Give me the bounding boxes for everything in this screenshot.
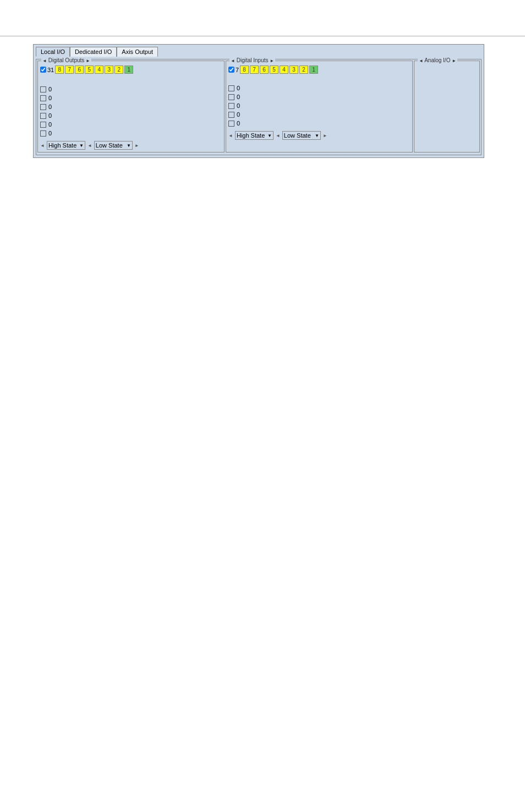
di-state-row: ◄ High State ▼ ◄ Low State ▼ ►	[228, 131, 410, 140]
do-checkbox-4[interactable]	[40, 122, 46, 128]
do-state-row: ◄ High State ▼ ◄ Low State ▼ ►	[40, 141, 222, 150]
di-state-arrow-left: ◄	[228, 133, 233, 138]
digital-inputs-section: ◄ Digital Inputs ► 7 8 7 6 5 4 3 2 1	[226, 61, 413, 152]
table-row: 0	[228, 102, 410, 109]
main-panel: Local I/O Dedicated I/O Axis Output ◄ Di…	[33, 44, 484, 158]
do-num-8[interactable]: 8	[55, 66, 64, 74]
digital-inputs-number-row: 7 8 7 6 5 4 3 2 1	[228, 66, 410, 74]
do-low-arrow: ▼	[127, 143, 131, 148]
do-state-arrow-left: ◄	[40, 143, 45, 148]
section-arrow-right: ►	[86, 58, 90, 63]
do-checkbox-0[interactable]	[40, 86, 46, 92]
table-row: 0	[40, 103, 222, 110]
di-mid-arrow: ◄	[276, 133, 280, 138]
di-num-8[interactable]: 8	[240, 66, 249, 74]
di-num-2[interactable]: 2	[299, 66, 308, 74]
di-low-arrow: ▼	[315, 133, 319, 138]
do-num-6[interactable]: 6	[75, 66, 84, 74]
table-row: 0	[40, 95, 222, 101]
di-checkbox-2[interactable]	[228, 103, 234, 109]
do-checkbox-1[interactable]	[40, 95, 46, 101]
do-num-5[interactable]: 5	[85, 66, 94, 74]
table-row: 0	[228, 94, 410, 100]
do-checkbox-2[interactable]	[40, 104, 46, 110]
di-num-6[interactable]: 6	[260, 66, 269, 74]
do-low-state-dropdown[interactable]: Low State ▼	[94, 141, 133, 150]
do-num-3[interactable]: 3	[105, 66, 113, 74]
table-row: 0	[228, 120, 410, 127]
di-io-rows: 0 0 0 0 0	[228, 85, 410, 127]
di-high-arrow: ▼	[267, 133, 272, 138]
tab-dedicated-io[interactable]: Dedicated I/O	[70, 47, 117, 57]
do-high-state-dropdown[interactable]: High State ▼	[47, 141, 85, 150]
digital-inputs-label: ◄ Digital Inputs ►	[229, 57, 275, 63]
do-checkbox-5[interactable]	[40, 130, 46, 137]
di-main-checkbox-wrap[interactable]: 7	[228, 67, 239, 73]
di-checkbox-1[interactable]	[228, 94, 234, 100]
tabs-row: Local I/O Dedicated I/O Axis Output	[36, 47, 482, 57]
di-checkbox-4[interactable]	[228, 121, 234, 127]
analog-io-label: ◄ Analog I/O ►	[418, 57, 457, 63]
di-main-checkbox[interactable]	[228, 67, 234, 73]
digital-outputs-number-row: 31 8 7 6 5 4 3 2 1	[40, 66, 222, 74]
do-num-1[interactable]: 1	[124, 66, 133, 74]
table-row: 0	[228, 111, 410, 118]
content-area: ◄ Digital Outputs ► 31 8 7 6 5 4 3 2 1	[36, 59, 482, 155]
do-mid-arrow: ◄	[88, 143, 92, 148]
do-state-arrow-right: ►	[135, 143, 139, 148]
ai-section-arrow-left: ◄	[419, 58, 423, 63]
do-io-rows: 0 0 0 0 0	[40, 86, 222, 137]
do-checkbox-3[interactable]	[40, 113, 46, 119]
di-state-arrow-right: ►	[323, 133, 327, 138]
table-row: 0	[40, 112, 222, 119]
di-section-arrow-left: ◄	[231, 58, 235, 63]
di-num-1[interactable]: 1	[309, 66, 318, 74]
table-row: 0	[40, 121, 222, 128]
di-num-5[interactable]: 5	[270, 66, 278, 74]
do-num-4[interactable]: 4	[95, 66, 103, 74]
di-high-state-dropdown[interactable]: High State ▼	[235, 131, 274, 140]
di-checkbox-3[interactable]	[228, 112, 234, 118]
analog-io-section: ◄ Analog I/O ►	[414, 61, 480, 152]
di-num-3[interactable]: 3	[289, 66, 298, 74]
do-spacer	[40, 77, 222, 86]
digital-outputs-section: ◄ Digital Outputs ► 31 8 7 6 5 4 3 2 1	[37, 61, 225, 152]
di-low-state-dropdown[interactable]: Low State ▼	[282, 131, 321, 140]
tab-axis-output[interactable]: Axis Output	[117, 47, 158, 57]
do-num-2[interactable]: 2	[114, 66, 123, 74]
ai-section-arrow-right: ►	[452, 58, 456, 63]
tab-local-io[interactable]: Local I/O	[36, 47, 70, 57]
di-num-7[interactable]: 7	[250, 66, 259, 74]
di-section-arrow-right: ►	[270, 58, 274, 63]
di-checkbox-0[interactable]	[228, 85, 234, 91]
digital-outputs-label: ◄ Digital Outputs ►	[41, 57, 91, 63]
table-row: 0	[40, 130, 222, 137]
do-main-checkbox[interactable]	[40, 67, 46, 73]
do-main-checkbox-wrap[interactable]: 31	[40, 67, 54, 73]
do-high-arrow: ▼	[79, 143, 84, 148]
section-arrow-left: ◄	[42, 58, 47, 63]
table-row: 0	[40, 86, 222, 92]
table-row: 0	[228, 85, 410, 91]
di-num-4[interactable]: 4	[280, 66, 288, 74]
do-num-7[interactable]: 7	[65, 66, 74, 74]
